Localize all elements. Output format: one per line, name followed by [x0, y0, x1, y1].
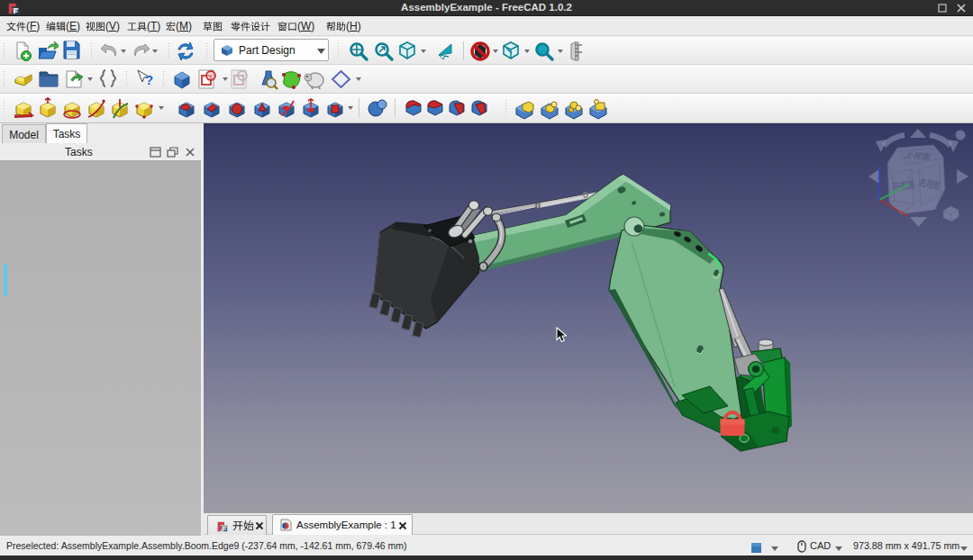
svg-text:?: ?	[145, 72, 153, 87]
